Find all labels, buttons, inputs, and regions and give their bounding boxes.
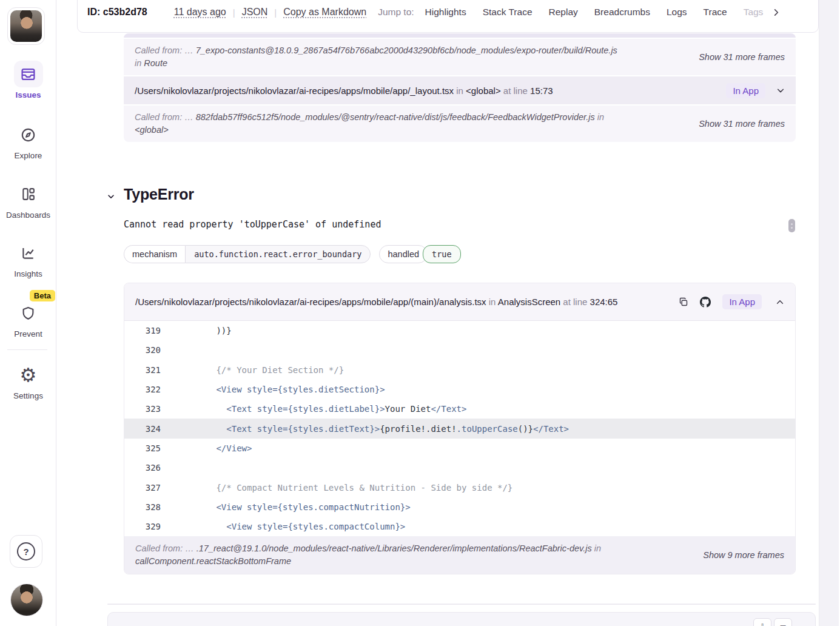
show-more-frames-button[interactable]: Show 31 more frames	[687, 52, 785, 62]
jump-link-tags[interactable]: Tags	[744, 7, 764, 18]
tag-key: handled	[379, 245, 428, 263]
frame-function: callComponent.reactStackBottomFrame	[135, 556, 291, 566]
stack-frame-partial	[124, 33, 796, 38]
jump-link-stack-trace[interactable]: Stack Trace	[483, 7, 533, 18]
frame-function: <global>	[466, 86, 501, 96]
code-line-323: 323 <Text style={styles.dietLabel}>Your …	[124, 399, 795, 419]
resize-drag-handle[interactable]	[786, 217, 797, 235]
frame-function: <global>	[135, 125, 169, 135]
called-from-text: Called from: … 882fdab57ff96c512f5/node_…	[135, 111, 620, 136]
line-number: 323	[140, 404, 161, 414]
tag-key: mechanism	[124, 245, 185, 263]
source-code-frame: /Users/nikolovlazar/projects/nikolovlaza…	[124, 283, 796, 574]
called-from-text: Called from: … 7_expo-constants@18.0.9_2…	[135, 44, 620, 70]
code-text: <View style={styles.compactNutrition}>	[175, 502, 411, 512]
jump-link-trace[interactable]: Trace	[704, 7, 727, 18]
user-avatar[interactable]	[10, 584, 43, 616]
prevent-shield-icon	[14, 300, 43, 326]
jump-link-breadcrumbs[interactable]: Breadcrumbs	[594, 7, 650, 18]
mechanism-tag[interactable]: mechanism auto.function.react.error_boun…	[124, 245, 371, 263]
frame-line-number: 15:73	[530, 86, 553, 96]
copy-as-markdown-link[interactable]: Copy as Markdown	[283, 7, 366, 18]
sidebar-item-insights[interactable]: Insights	[0, 240, 56, 278]
help-button[interactable]: ?	[10, 535, 42, 568]
exception-message: Cannot read property 'toUpperCase' of un…	[124, 219, 381, 230]
json-link[interactable]: JSON	[242, 7, 268, 18]
jump-links: HighlightsStack TraceReplayBreadcrumbsLo…	[425, 7, 764, 18]
explore-compass-icon	[14, 121, 43, 148]
frame-path: /Users/nikolovlazar/projects/nikolovlaza…	[135, 297, 486, 307]
event-time-link[interactable]: 11 days ago	[174, 7, 226, 18]
sidebar: IssuesExploreDashboardsInsightsBetaPreve…	[0, 0, 56, 626]
jump-link-replay[interactable]: Replay	[549, 7, 578, 18]
code-text: {/* Compact Nutrient Levels & Nutrition …	[175, 483, 512, 493]
jump-link-highlights[interactable]: Highlights	[425, 7, 466, 18]
org-avatar-photo	[10, 10, 42, 42]
copy-icon[interactable]	[679, 297, 688, 307]
help-icon: ?	[17, 542, 35, 560]
section-divider	[107, 604, 816, 605]
in-label: in	[489, 297, 496, 307]
called-from-label: Called from: …	[135, 544, 194, 553]
code-frame-actions: In App	[679, 294, 784, 309]
code-frame-footer[interactable]: Called from: … .17_react@19.1.0/node_mod…	[124, 536, 795, 574]
show-more-frames-button[interactable]: Show 9 more frames	[691, 550, 784, 560]
handled-tag[interactable]: handled true	[379, 245, 460, 263]
chevron-down-icon[interactable]	[776, 86, 785, 95]
in-app-badge[interactable]: In App	[726, 83, 765, 98]
dashboards-icon	[14, 181, 43, 207]
insights-chart-icon	[14, 240, 43, 266]
issues-icon	[14, 61, 43, 87]
code-line-319: 319 ))}	[124, 321, 795, 340]
line-number: 328	[140, 502, 161, 512]
org-avatar[interactable]	[7, 7, 45, 45]
collapse-section-chevron-icon[interactable]	[107, 192, 115, 203]
stack-frame-collapsed-row[interactable]: Called from: … 7_expo-constants@18.0.9_2…	[124, 39, 796, 75]
chevron-right-icon[interactable]	[771, 8, 781, 17]
github-icon[interactable]	[700, 297, 711, 308]
expand-button[interactable]: ▭	[774, 618, 792, 626]
sidebar-item-issues[interactable]: Issues	[0, 61, 56, 99]
code-line-324: 324 <Text style={styles.dietText}>{profi…	[124, 419, 795, 438]
frame-path: .17_react@19.1.0/node_modules/react-nati…	[197, 544, 592, 553]
sidebar-divider	[7, 349, 47, 350]
sidebar-item-prevent[interactable]: BetaPrevent	[0, 300, 56, 338]
sidebar-item-label: Insights	[0, 269, 56, 278]
code-line-320: 320	[124, 340, 795, 360]
event-id-label: ID: c53b2d78	[87, 7, 147, 18]
stack-frame-collapsed-row[interactable]: Called from: … 882fdab57ff96c512f5/node_…	[124, 106, 796, 142]
jump-to-label: Jump to:	[378, 7, 414, 18]
line-number: 320	[140, 345, 161, 355]
exception-tags: mechanism auto.function.react.error_boun…	[124, 245, 461, 263]
line-number: 324	[140, 424, 161, 434]
line-number: 322	[140, 385, 161, 394]
stack-frame-row[interactable]: /Users/nikolovlazar/projects/nikolovlaza…	[124, 76, 796, 104]
sidebar-item-label: Prevent	[0, 329, 56, 338]
settings-gear-icon: ⚙	[14, 362, 43, 388]
frame-title: /Users/nikolovlazar/projects/nikolovlaza…	[135, 86, 726, 96]
code-line-326: 326	[124, 458, 795, 477]
in-app-badge[interactable]: In App	[722, 294, 762, 309]
right-gutter	[819, 0, 839, 626]
code-text: </View>	[175, 443, 252, 453]
show-more-frames-button[interactable]: Show 31 more frames	[687, 119, 785, 129]
sidebar-item-settings[interactable]: ⚙Settings	[0, 362, 56, 400]
line-number: 326	[140, 463, 161, 473]
in-label: in	[135, 58, 141, 68]
chevron-up-icon[interactable]	[776, 298, 784, 306]
sidebar-item-explore[interactable]: Explore	[0, 121, 56, 160]
line-number: 327	[140, 483, 161, 493]
stack-frames-card: Called from: … 7_expo-constants@18.0.9_2…	[124, 33, 796, 142]
event-header: ID: c53b2d78 11 days ago | JSON | Copy a…	[77, 0, 819, 33]
sidebar-item-label: Issues	[0, 90, 56, 99]
separator: |	[233, 7, 235, 18]
in-label: in	[597, 112, 604, 122]
jump-link-logs[interactable]: Logs	[667, 7, 687, 18]
code-text: <Text style={styles.dietLabel}>Your Diet…	[175, 404, 466, 414]
sidebar-item-dashboards[interactable]: Dashboards	[0, 181, 56, 220]
download-button[interactable]: ⇩	[753, 618, 771, 626]
code-frame-header[interactable]: /Users/nikolovlazar/projects/nikolovlaza…	[124, 283, 795, 321]
line-number: 325	[140, 443, 161, 453]
frame-path: /Users/nikolovlazar/projects/nikolovlaza…	[135, 86, 454, 96]
sidebar-item-label: Explore	[0, 151, 56, 160]
